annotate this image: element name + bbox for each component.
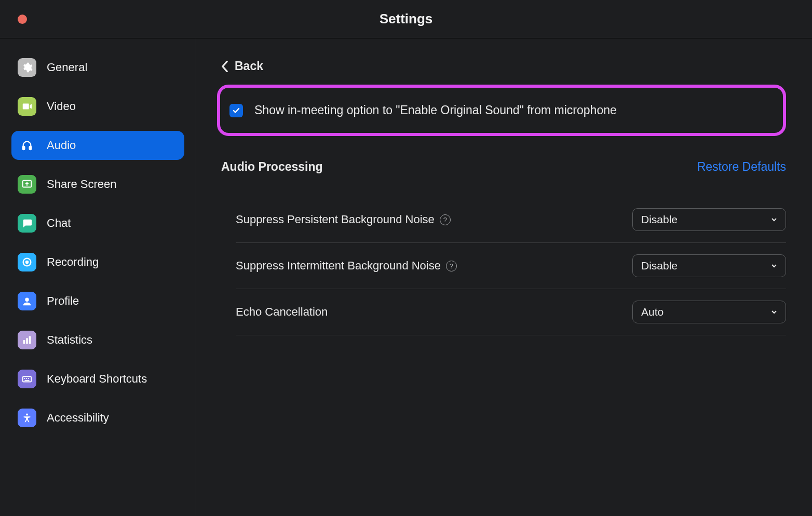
original-sound-checkbox[interactable] [229,104,243,117]
share-screen-icon [18,175,36,194]
dropdown-value: Auto [641,306,664,318]
svg-point-4 [25,261,29,264]
titlebar: Settings [0,0,812,38]
section-title: Audio Processing [221,160,323,174]
setting-label: Suppress Intermittent Background Noise [236,259,441,273]
setting-row-intermittent-noise: Suppress Intermittent Background Noise ?… [236,243,786,289]
chevron-down-icon [771,309,777,315]
sidebar-item-label: Share Screen [47,178,117,191]
chevron-down-icon [771,263,777,269]
sidebar-item-general[interactable]: General [11,53,184,82]
sidebar-item-label: Audio [47,139,76,152]
setting-label: Echo Cancellation [236,305,328,319]
sidebar-item-profile[interactable]: Profile [11,287,184,316]
setting-row-persistent-noise: Suppress Persistent Background Noise ? D… [236,197,786,243]
settings-sidebar: General Video Audio Share Screen Chat [0,38,196,516]
intermittent-noise-dropdown[interactable]: Disable [632,254,786,277]
persistent-noise-dropdown[interactable]: Disable [632,208,786,231]
gear-icon [18,58,36,77]
sidebar-item-label: Accessibility [47,411,109,425]
headphones-icon [18,136,36,155]
sidebar-item-label: Statistics [47,333,92,347]
echo-cancellation-dropdown[interactable]: Auto [632,301,786,323]
svg-rect-0 [23,146,25,150]
sidebar-item-video[interactable]: Video [11,92,184,121]
sidebar-item-chat[interactable]: Chat [11,209,184,238]
dropdown-value: Disable [641,260,678,272]
chevron-left-icon [221,61,228,72]
sidebar-item-label: Video [47,100,76,113]
video-icon [18,97,36,116]
svg-rect-13 [24,380,29,381]
svg-rect-6 [23,340,25,344]
sidebar-item-label: General [47,61,87,74]
sidebar-item-label: Recording [47,255,99,269]
sidebar-item-audio[interactable]: Audio [11,131,184,160]
original-sound-label: Show in-meeting option to "Enable Origin… [254,103,617,117]
svg-point-14 [26,414,28,416]
window-title: Settings [0,11,812,27]
help-icon[interactable]: ? [440,214,451,225]
sidebar-item-label: Keyboard Shortcuts [47,372,147,386]
sidebar-item-keyboard-shortcuts[interactable]: Keyboard Shortcuts [11,364,184,393]
main-content: Back Show in-meeting option to "Enable O… [196,38,812,516]
setting-label: Suppress Persistent Background Noise [236,213,435,226]
sidebar-item-share-screen[interactable]: Share Screen [11,170,184,199]
restore-defaults-link[interactable]: Restore Defaults [697,160,786,174]
svg-rect-10 [24,378,25,379]
svg-rect-7 [26,338,28,344]
sidebar-item-statistics[interactable]: Statistics [11,325,184,355]
svg-rect-11 [26,378,27,379]
svg-rect-12 [28,378,29,379]
highlighted-setting: Show in-meeting option to "Enable Origin… [217,85,786,136]
keyboard-icon [18,370,36,388]
chevron-down-icon [771,216,777,223]
sidebar-item-label: Chat [47,216,71,230]
back-button[interactable]: Back [221,59,786,73]
dropdown-value: Disable [641,213,678,226]
sidebar-item-recording[interactable]: Recording [11,248,184,277]
profile-icon [18,292,36,310]
chat-icon [18,214,36,233]
recording-icon [18,253,36,271]
svg-point-5 [25,298,29,302]
accessibility-icon [18,409,36,427]
svg-rect-8 [29,336,31,344]
window-close-button[interactable] [18,15,27,24]
check-icon [232,106,240,115]
sidebar-item-accessibility[interactable]: Accessibility [11,403,184,432]
sidebar-item-label: Profile [47,294,79,308]
svg-rect-1 [30,146,32,150]
help-icon[interactable]: ? [446,261,457,271]
svg-rect-9 [23,376,32,382]
back-label: Back [235,59,263,73]
setting-row-echo-cancellation: Echo Cancellation Auto [236,289,786,335]
statistics-icon [18,331,36,349]
